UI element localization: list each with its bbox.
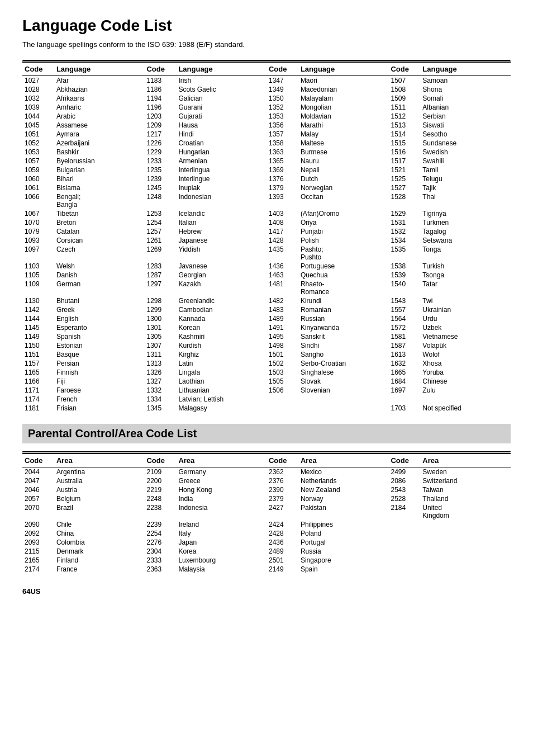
lang-code: 1534: [388, 236, 420, 245]
area-name: Thailand: [420, 494, 511, 503]
lang-code: 1503: [266, 368, 298, 377]
lang-code: 1525: [388, 174, 420, 183]
lang-name: Breton: [54, 218, 145, 227]
area-code: 2390: [266, 485, 298, 494]
lang-name: Frisian: [54, 404, 145, 413]
lang-name: Abkhazian: [54, 85, 145, 94]
lang-code: 1052: [22, 139, 54, 148]
lang-name: Armenian: [176, 157, 266, 166]
lang-code: 1044: [22, 112, 54, 121]
table-row: 1149 Spanish 1305 Kashmiri 1495 Sanskrit…: [22, 332, 511, 341]
area-code: 2184: [388, 503, 420, 520]
area-name: United Kingdom: [420, 503, 511, 520]
table-row: 1181 Frisian 1345 Malagasy 1703 Not spec…: [22, 404, 511, 413]
lang-name: Burmese: [298, 148, 389, 157]
area-code: 2543: [388, 485, 420, 494]
lang-code: 1313: [144, 359, 176, 368]
lang-code: 1632: [388, 359, 420, 368]
lang-name: Quechua: [298, 271, 389, 280]
area-code: [388, 547, 420, 556]
lang-name: Spanish: [54, 332, 145, 341]
p-col3-code-header: Code: [266, 453, 298, 467]
area-code: 2248: [144, 494, 176, 503]
lang-code: 1463: [266, 271, 298, 280]
lang-name: Nepali: [298, 166, 389, 174]
area-name: Luxembourg: [176, 556, 266, 565]
lang-name: Croatian: [176, 139, 266, 148]
lang-name: Georgian: [176, 271, 266, 280]
lang-name: Malay: [298, 130, 389, 139]
lang-name: Oriya: [298, 218, 389, 227]
lang-code: 1248: [144, 192, 176, 209]
area-name: Chile: [54, 520, 145, 529]
lang-name: Inupiak: [176, 183, 266, 192]
lang-code: 1697: [388, 386, 420, 395]
area-name: Finland: [54, 556, 145, 565]
lang-name: Swahili: [420, 157, 511, 166]
area-code: 2092: [22, 529, 54, 538]
lang-name: French: [54, 395, 145, 404]
lang-name: Bulgarian: [54, 166, 145, 174]
lang-name: Swedish: [420, 148, 511, 157]
lang-code: 1436: [266, 262, 298, 271]
lang-name: Singhalese: [298, 368, 389, 377]
lang-name: Sundanese: [420, 139, 511, 148]
p-col4-area-header: Area: [420, 453, 511, 467]
lang-code: [266, 395, 298, 404]
lang-name: Bislama: [54, 183, 145, 192]
lang-name: Nauru: [298, 157, 389, 166]
table-row: 1097 Czech 1269 Yiddish 1435 Pashto; Pus…: [22, 245, 511, 262]
table-row: 1079 Catalan 1257 Hebrew 1417 Punjabi 15…: [22, 227, 511, 236]
area-code: 2165: [22, 556, 54, 565]
table-row: 1070 Breton 1254 Italian 1408 Oriya 1531…: [22, 218, 511, 227]
lang-code: 1301: [144, 323, 176, 332]
lang-code: 1357: [266, 130, 298, 139]
p-col1-code-header: Code: [22, 453, 54, 467]
lang-code: 1235: [144, 166, 176, 174]
lang-code: 1428: [266, 236, 298, 245]
lang-name: German: [54, 280, 145, 296]
lang-code: 1521: [388, 166, 420, 174]
page-title: Language Code List: [22, 17, 511, 35]
lang-code: 1165: [22, 368, 54, 377]
lang-name: Arabic: [54, 112, 145, 121]
lang-name: Zulu: [420, 386, 511, 395]
lang-code: 1508: [388, 85, 420, 94]
area-code: 2239: [144, 520, 176, 529]
lang-code: 1543: [388, 296, 420, 305]
col2-code-header: Code: [144, 62, 176, 76]
lang-name: Kannada: [176, 314, 266, 323]
area-name: Ireland: [176, 520, 266, 529]
table-row: 1039 Amharic 1196 Guarani 1352 Mongolian…: [22, 103, 511, 112]
table-row: 1066 Bengali; Bangla 1248 Indonesian 139…: [22, 192, 511, 209]
lang-code: 1334: [144, 395, 176, 404]
lang-name: Interlingua: [176, 166, 266, 174]
lang-name: Dutch: [298, 174, 389, 183]
lang-code: 1171: [22, 386, 54, 395]
lang-name: Hebrew: [176, 227, 266, 236]
area-name: Indonesia: [176, 503, 266, 520]
lang-name: Slovak: [298, 377, 389, 386]
lang-code: 1345: [144, 404, 176, 413]
page-number: 64US: [22, 587, 511, 596]
area-name: [420, 565, 511, 574]
lang-code: 1516: [388, 148, 420, 157]
area-code: 2057: [22, 494, 54, 503]
table-row: 1028 Abkhazian 1186 Scots Gaelic 1349 Ma…: [22, 85, 511, 94]
lang-code: 1435: [266, 245, 298, 262]
table-row: 1166 Fiji 1327 Laothian 1505 Slovak 1684…: [22, 377, 511, 386]
lang-name: Galician: [176, 94, 266, 103]
lang-name: Serbo-Croatian: [298, 359, 389, 368]
area-code: 2238: [144, 503, 176, 520]
lang-code: 1483: [266, 305, 298, 314]
lang-code: 1027: [22, 76, 54, 86]
lang-code: 1527: [388, 183, 420, 192]
area-name: Pakistan: [298, 503, 389, 520]
lang-code: 1239: [144, 174, 176, 183]
area-name: [420, 538, 511, 547]
lang-code: 1417: [266, 227, 298, 236]
lang-code: 1665: [388, 368, 420, 377]
lang-name: Maori: [298, 76, 389, 86]
table-row: 2044 Argentina 2109 Germany 2362 Mexico …: [22, 467, 511, 477]
table-row: 1144 English 1300 Kannada 1489 Russian 1…: [22, 314, 511, 323]
